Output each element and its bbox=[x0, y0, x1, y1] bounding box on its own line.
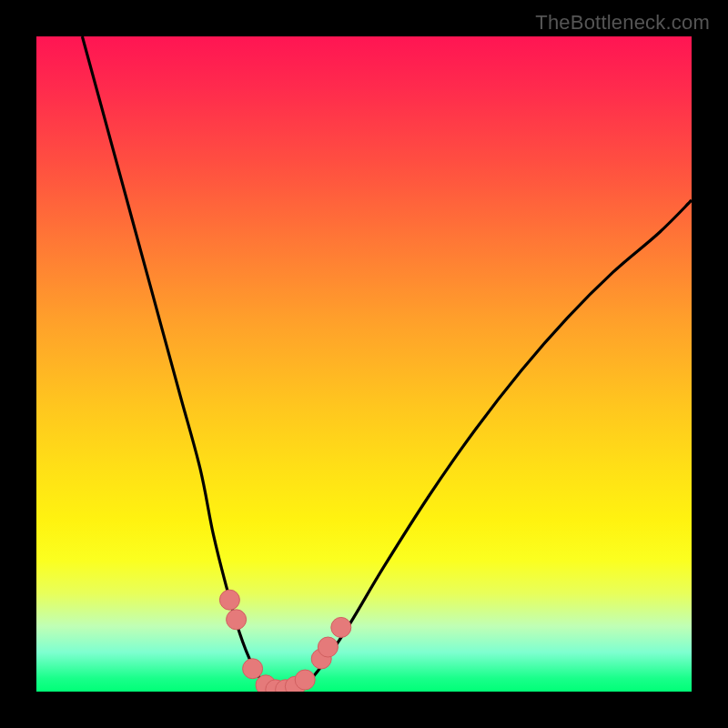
curve-marker bbox=[331, 617, 351, 637]
chart-svg bbox=[36, 36, 692, 692]
curve-marker bbox=[219, 590, 239, 610]
bottleneck-curve bbox=[82, 36, 692, 692]
curve-marker bbox=[227, 610, 247, 630]
curve-marker bbox=[318, 637, 338, 657]
marker-group bbox=[219, 590, 350, 692]
chart-frame: TheBottleneck.com bbox=[0, 0, 728, 728]
curve-marker bbox=[295, 670, 315, 690]
watermark-text: TheBottleneck.com bbox=[535, 11, 710, 35]
curve-marker bbox=[243, 659, 263, 679]
